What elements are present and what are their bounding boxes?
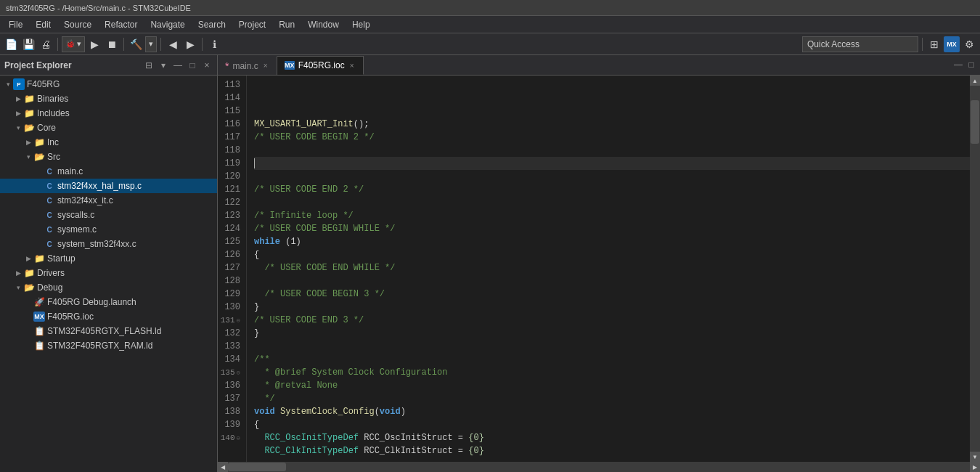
tree-item-stm32_ram[interactable]: 📋STM32F405RGTX_RAM.ld <box>0 338 217 353</box>
tree-arrow-core[interactable]: ▾ <box>13 124 23 131</box>
code-line-119[interactable] <box>254 196 970 209</box>
scroll-left-btn[interactable]: ◀ <box>218 462 228 472</box>
code-line-124[interactable]: /* USER CODE END WHILE */ <box>254 261 970 274</box>
scroll-down-btn[interactable]: ▼ <box>970 452 980 462</box>
code-line-116[interactable] <box>254 157 970 170</box>
menu-refactor[interactable]: Refactor <box>99 18 143 31</box>
panel-maximize-btn[interactable]: □ <box>187 60 198 71</box>
menu-run[interactable]: Run <box>273 18 301 31</box>
editor-maximize-btn[interactable]: □ <box>965 59 977 70</box>
toolbar-perspective-btn[interactable]: ⊞ <box>926 36 942 52</box>
code-line-114[interactable]: /* USER CODE BEGIN 2 */ <box>254 131 970 144</box>
tree-item-binaries[interactable]: ▶📁Binaries <box>0 91 217 106</box>
tree-item-syscalls[interactable]: Csyscalls.c <box>0 208 217 222</box>
code-line-123[interactable]: { <box>254 248 970 261</box>
panel-collapse-btn[interactable]: ⊟ <box>143 60 155 71</box>
horizontal-scrollbar[interactable]: ◀ ▶ <box>218 462 980 472</box>
scroll-track[interactable] <box>970 86 980 452</box>
toolbar-prev-btn[interactable]: ◀ <box>165 36 181 52</box>
code-line-136[interactable]: { <box>254 418 970 431</box>
tree-item-debug[interactable]: ▾📂Debug <box>0 280 217 295</box>
tree-arrow-startup[interactable]: ▶ <box>23 255 33 262</box>
toolbar-gear-btn[interactable]: ⚙ <box>961 36 977 52</box>
tree-arrow-inc[interactable]: ▶ <box>23 139 33 146</box>
vertical-scrollbar[interactable]: ▲ ▼ <box>970 76 980 462</box>
tab-main-close[interactable]: × <box>262 62 269 70</box>
scroll-up-btn[interactable]: ▲ <box>970 76 980 86</box>
code-line-128[interactable]: /* USER CODE END 3 */ <box>254 314 970 327</box>
menu-navigate[interactable]: Navigate <box>144 18 190 31</box>
tree-item-f405rg_debug[interactable]: 🚀F405RG Debug.launch <box>0 295 217 309</box>
code-line-127[interactable]: } <box>254 301 970 314</box>
tree-arrow-includes[interactable]: ▶ <box>13 110 23 117</box>
code-line-126[interactable]: /* USER CODE BEGIN 3 */ <box>254 288 970 301</box>
code-line-130[interactable] <box>254 340 970 353</box>
code-line-129[interactable]: } <box>254 327 970 340</box>
editor-minimize-btn[interactable]: — <box>952 59 964 70</box>
tree-item-src[interactable]: ▾📂Src <box>0 150 217 164</box>
code-line-117[interactable] <box>254 170 970 183</box>
tree-arrow-f405rg[interactable]: ▾ <box>3 81 13 88</box>
tab-f405rg-ioc[interactable]: MX F405RG.ioc × <box>277 56 364 75</box>
tree-item-stm32_flash[interactable]: 📋STM32F405RGTX_FLASH.ld <box>0 324 217 338</box>
code-line-122[interactable]: while (1) <box>254 235 970 248</box>
tree-item-stm32f4xx_it[interactable]: Cstm32f4xx_it.c <box>0 193 217 208</box>
scroll-right-btn[interactable]: ▶ <box>970 462 980 472</box>
panel-menu-btn[interactable]: ▾ <box>158 60 169 71</box>
toolbar-build-btn[interactable]: 🔨 <box>128 36 144 52</box>
tab-ioc-close[interactable]: × <box>348 62 356 70</box>
menu-search[interactable]: Search <box>192 18 232 31</box>
toolbar-stop-btn[interactable]: ⏹ <box>104 36 120 52</box>
tree-arrow-drivers[interactable]: ▶ <box>13 269 23 277</box>
tab-main-c[interactable]: * main.c × <box>218 56 277 75</box>
toolbar-next-btn[interactable]: ▶ <box>182 36 198 52</box>
menu-window[interactable]: Window <box>302 18 345 31</box>
code-line-121[interactable]: /* USER CODE BEGIN WHILE */ <box>254 222 970 235</box>
tree-arrow-debug[interactable]: ▾ <box>13 284 23 291</box>
toolbar-mx-btn[interactable]: MX <box>944 36 960 52</box>
menu-source[interactable]: Source <box>58 18 97 31</box>
menu-project[interactable]: Project <box>233 18 271 31</box>
code-line-115[interactable] <box>254 144 970 157</box>
toolbar-debug-dropdown[interactable]: 🐞 ▾ <box>62 36 85 52</box>
tree-arrow-binaries[interactable]: ▶ <box>13 95 23 102</box>
toolbar-print-btn[interactable]: 🖨 <box>38 36 54 52</box>
tree-item-stm32f4xx_hal_msp[interactable]: Cstm32f4xx_hal_msp.c <box>0 179 217 193</box>
tree-item-main_c[interactable]: Cmain.c <box>0 164 217 179</box>
panel-close-btn[interactable]: × <box>201 60 213 71</box>
code-line-134[interactable]: */ <box>254 392 970 405</box>
toolbar-build-dropdown[interactable]: ▾ <box>145 36 157 52</box>
panel-minimize-btn[interactable]: — <box>172 60 184 71</box>
tree-item-inc[interactable]: ▶📁Inc <box>0 135 217 150</box>
tree-item-startup[interactable]: ▶📁Startup <box>0 251 217 266</box>
code-line-120[interactable]: /* Infinite loop */ <box>254 209 970 222</box>
quick-access-search[interactable]: Quick Access <box>802 36 918 52</box>
tree-item-drivers[interactable]: ▶📁Drivers <box>0 266 217 280</box>
scroll-h-track[interactable] <box>228 462 970 472</box>
toolbar-info-btn[interactable]: ℹ <box>206 36 222 52</box>
code-line-135[interactable]: void SystemClock_Config(void) <box>254 405 970 418</box>
toolbar-save-btn[interactable]: 💾 <box>20 36 36 52</box>
tree-item-f405rg_ioc[interactable]: MXF405RG.ioc <box>0 309 217 324</box>
code-line-138[interactable]: RCC_ClkInitTypeDef RCC_ClkInitStruct = {… <box>254 444 970 457</box>
menu-help[interactable]: Help <box>346 18 376 31</box>
code-line-113[interactable]: MX_USART1_UART_Init(); <box>254 118 970 131</box>
editor-area[interactable]: 1131141151161171181191201211221231241251… <box>218 76 980 462</box>
code-content[interactable]: MX_USART1_UART_Init();/* USER CODE BEGIN… <box>247 76 970 462</box>
tree-item-system_stm32[interactable]: Csystem_stm32f4xx.c <box>0 237 217 251</box>
tree-item-core[interactable]: ▾📂Core <box>0 121 217 135</box>
code-line-132[interactable]: * @brief System Clock Configuration <box>254 366 970 379</box>
code-line-131[interactable]: /** <box>254 353 970 366</box>
code-line-137[interactable]: RCC_OscInitTypeDef RCC_OscInitStruct = {… <box>254 431 970 444</box>
scroll-thumb[interactable] <box>971 100 979 144</box>
toolbar-run-btn[interactable]: ▶ <box>86 36 102 52</box>
tree-item-sysmem[interactable]: Csysmem.c <box>0 222 217 237</box>
menu-file[interactable]: File <box>3 18 28 31</box>
tree-arrow-src[interactable]: ▾ <box>23 153 33 160</box>
code-line-125[interactable] <box>254 274 970 288</box>
toolbar-new-btn[interactable]: 📄 <box>3 36 19 52</box>
menu-edit[interactable]: Edit <box>30 18 57 31</box>
scroll-h-thumb[interactable] <box>228 463 286 471</box>
tree-item-f405rg[interactable]: ▾PF405RG <box>0 77 217 91</box>
code-line-118[interactable]: /* USER CODE END 2 */ <box>254 183 970 196</box>
